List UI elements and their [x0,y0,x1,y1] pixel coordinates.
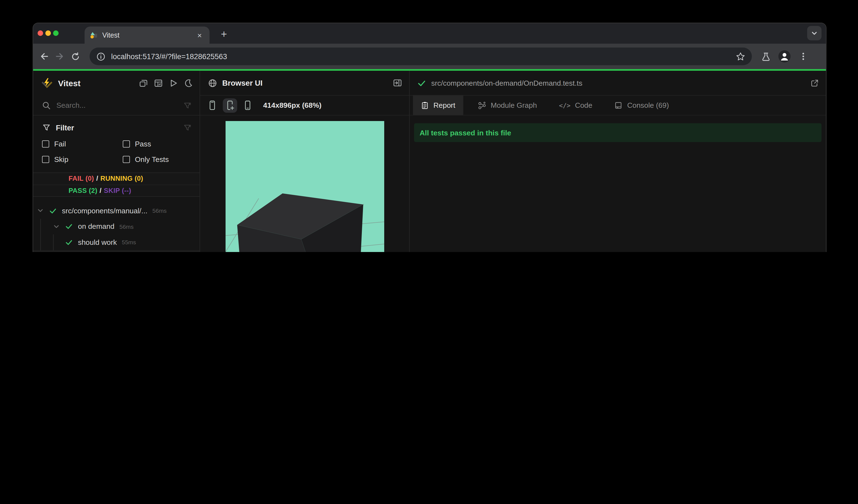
device-phone-add-button-active[interactable] [223,98,237,112]
browser-ui-header: Browser UI [200,71,409,96]
checkbox-label: Fail [54,140,66,148]
back-button[interactable] [36,49,52,64]
dock-panel-right-icon[interactable] [393,78,402,88]
reload-button[interactable] [67,49,83,64]
theme-toggle-button[interactable] [182,77,194,89]
site-info-icon[interactable] [96,52,106,61]
experiments-flask-button[interactable] [757,48,774,65]
forward-button[interactable] [52,49,67,64]
checkbox-label: Pass [135,140,151,148]
run-all-button[interactable] [167,77,179,89]
checkbox-icon [42,140,49,148]
browser-preview-canvas[interactable] [225,121,384,252]
url-bar[interactable]: localhost:5173/#/?file=1828625563 [90,48,752,65]
skip-count: SKIP (--) [104,187,131,195]
viewport-size-label: 414x896px (68%) [263,101,321,110]
browser-window: Vitest × + [33,23,826,252]
chevron-down-icon[interactable] [53,223,60,230]
clear-search-filter-icon[interactable] [183,101,192,110]
indent-guide [41,234,41,250]
tab-report[interactable]: Report [413,96,463,115]
report-panel: src/components/on-demand/OnDemand.test.t… [410,71,826,252]
checkbox-icon [42,156,49,163]
filter-checkbox-only-tests[interactable]: Only Tests [123,155,191,164]
browser-tab-vitest[interactable]: Vitest × [84,27,209,44]
tab-label: Report [433,101,455,110]
vitest-ui: Vitest [33,71,826,252]
search-icon [42,101,51,110]
back-arrow-icon [39,51,49,61]
checkbox-label: Only Tests [135,155,169,164]
vitest-logo-icon [41,77,53,89]
clear-filter-icon[interactable] [183,123,192,132]
filter-title: Filter [56,124,183,132]
chevron-down-icon [811,30,817,36]
chevron-down-icon[interactable] [37,208,44,214]
device-phone-home-button[interactable] [241,98,254,112]
traffic-light-minimize[interactable] [45,30,51,36]
test-stats: FAIL (0)/RUNNING (0) PASS (2)/SKIP (--) [33,173,200,197]
profile-button[interactable] [776,48,793,65]
sidebar: Vitest [33,71,200,252]
pass-check-icon [65,239,73,246]
new-tab-button[interactable]: + [217,27,231,42]
filter-options: Fail Pass Skip Only Tests [42,140,191,164]
filter-checkbox-skip[interactable]: Skip [42,155,123,164]
pass-check-icon [49,207,57,214]
tab-close-icon[interactable]: × [195,31,204,39]
tab-module-graph[interactable]: Module Graph [470,96,544,115]
stats-line-1: FAIL (0)/RUNNING (0) [33,173,200,184]
tab-title: Vitest [102,31,195,39]
traffic-light-close[interactable] [37,30,43,36]
test-file-row-selected[interactable]: src/components/on-dema... 43ms [33,250,200,252]
banner-text: All tests passed in this file [419,129,511,137]
traffic-light-zoom[interactable] [53,30,59,36]
open-in-editor-button[interactable] [810,78,819,87]
test-tree: src/components/manual/... 56ms on demand… [33,203,200,252]
module-graph-icon [477,101,486,110]
test-file-row[interactable]: src/components/manual/... 56ms [33,203,200,218]
search-input[interactable] [57,101,183,110]
console-icon [615,101,623,110]
collapse-panels-button[interactable] [137,77,149,89]
test-duration: 56ms [152,208,166,214]
browser-ui-panel: Browser UI [200,71,410,252]
tab-code[interactable]: </> Code [551,96,600,115]
test-file-path: src/components/on-demand/OnDemand.test.t… [431,79,810,87]
tab-label: Module Graph [491,101,537,110]
dashboard-icon [154,79,163,88]
device-toolbar: 414x896px (68%) [200,96,409,115]
device-phone-icon [207,99,218,111]
fail-count: FAIL (0) [68,175,94,182]
clipboard-report-icon [421,101,429,110]
filter-header: Filter [33,115,200,132]
checkbox-icon [123,156,130,163]
bookmark-star-icon[interactable] [736,52,745,61]
pass-check-icon [417,79,426,87]
external-link-icon [810,78,819,87]
test-label: should work [78,238,117,246]
pass-count: PASS (2) [68,187,97,195]
tab-console[interactable]: Console (69) [607,96,677,115]
tab-label: Console (69) [627,101,669,110]
filter-checkbox-fail[interactable]: Fail [42,140,123,148]
dashboard-button[interactable] [152,77,164,89]
checkbox-label: Skip [54,155,68,164]
device-phone-button[interactable] [206,98,219,112]
code-brackets-icon: </> [559,101,571,109]
browser-tabstrip: Vitest × + [33,23,826,44]
forward-arrow-icon [55,51,65,61]
screen: Vitest × + [0,0,858,252]
kebab-menu-icon [799,52,808,61]
url-text: localhost:5173/#/?file=1828625563 [111,52,736,61]
reload-icon [70,52,80,61]
stats-separator: / [94,175,100,182]
test-case-row[interactable]: should work 55ms [33,234,200,250]
indent-guide [53,234,54,250]
tab-search-chevron-button[interactable] [807,26,822,40]
browser-menu-button[interactable] [795,48,812,65]
filter-checkbox-pass[interactable]: Pass [123,140,191,148]
running-count: RUNNING (0) [100,175,143,182]
test-suite-row[interactable]: on demand 56ms [33,218,200,234]
test-duration: 55ms [122,239,136,246]
